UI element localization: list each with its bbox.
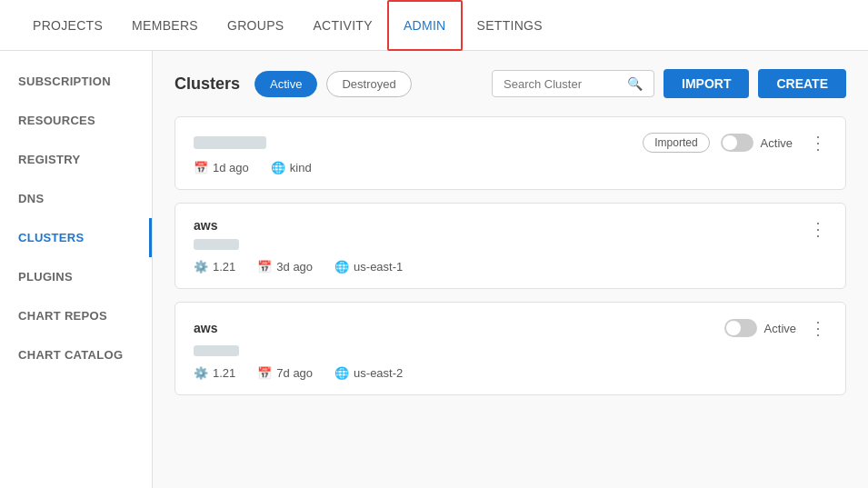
nav-projects[interactable]: PROJECTS bbox=[18, 2, 117, 49]
region-meta: 🌐 us-east-2 bbox=[334, 366, 403, 380]
more-options-icon[interactable]: ⋮ bbox=[809, 132, 827, 154]
calendar-icon: 📅 bbox=[257, 366, 272, 380]
cluster-name-blurred bbox=[194, 239, 239, 250]
search-input[interactable] bbox=[504, 77, 622, 91]
time-value: 1d ago bbox=[213, 161, 249, 174]
imported-badge: Imported bbox=[643, 133, 709, 153]
toggle-area: Active bbox=[724, 319, 796, 337]
import-button[interactable]: IMPORT bbox=[663, 69, 749, 98]
sidebar-item-plugins[interactable]: PLUGINS bbox=[0, 257, 152, 296]
cluster-top-name: aws bbox=[194, 218, 217, 233]
globe-icon: 🌐 bbox=[271, 161, 285, 174]
card-meta: ⚙️ 1.21 📅 3d ago 🌐 us-east-1 bbox=[194, 260, 827, 274]
cluster-card-3: aws Active ⋮ ⚙️ 1.21 📅 bbox=[175, 302, 846, 395]
cluster-name-blurred bbox=[194, 345, 239, 356]
sidebar-item-clusters[interactable]: CLUSTERS bbox=[0, 218, 152, 257]
active-label: Active bbox=[764, 322, 796, 335]
card-meta: ⚙️ 1.21 📅 7d ago 🌐 us-east-2 bbox=[194, 366, 827, 380]
active-toggle[interactable] bbox=[721, 134, 753, 152]
version-meta: ⚙️ 1.21 bbox=[194, 260, 235, 274]
nav-admin[interactable]: ADMIN bbox=[387, 0, 463, 51]
search-box: 🔍 bbox=[492, 70, 654, 97]
tab-destroyed[interactable]: Destroyed bbox=[326, 71, 411, 97]
version-meta: ⚙️ 1.21 bbox=[194, 366, 235, 380]
more-options-icon[interactable]: ⋮ bbox=[809, 317, 827, 339]
nav-members[interactable]: MEMBERS bbox=[117, 2, 213, 49]
sidebar-item-chart-catalog[interactable]: CHART CATALOG bbox=[0, 335, 152, 374]
time-value: 7d ago bbox=[276, 366, 313, 380]
sidebar: SUBSCRIPTION RESOURCES REGISTRY DNS CLUS… bbox=[0, 51, 153, 488]
region-value: us-east-1 bbox=[354, 260, 403, 274]
type-meta: 🌐 kind bbox=[271, 161, 312, 174]
globe-icon: 🌐 bbox=[334, 260, 349, 274]
version-value: 1.21 bbox=[213, 260, 235, 274]
version-value: 1.21 bbox=[213, 366, 235, 380]
sidebar-item-resources[interactable]: RESOURCES bbox=[0, 101, 152, 140]
sidebar-item-registry[interactable]: REGISTRY bbox=[0, 140, 152, 179]
top-nav: PROJECTS MEMBERS GROUPS ACTIVITY ADMIN S… bbox=[0, 0, 868, 51]
calendar-icon: 📅 bbox=[194, 161, 208, 174]
sidebar-item-dns[interactable]: DNS bbox=[0, 179, 152, 218]
region-meta: 🌐 us-east-1 bbox=[334, 260, 403, 274]
more-options-icon[interactable]: ⋮ bbox=[809, 219, 827, 239]
main-content: Clusters Active Destroyed 🔍 IMPORT CREAT… bbox=[153, 51, 868, 488]
gear-icon: ⚙️ bbox=[194, 366, 208, 380]
type-value: kind bbox=[290, 161, 312, 174]
card-row1: Imported Active ⋮ bbox=[194, 132, 827, 154]
cluster-card-1: Imported Active ⋮ 📅 1d ago 🌐 kind bbox=[175, 116, 846, 190]
nav-settings[interactable]: SETTINGS bbox=[463, 2, 557, 49]
time-meta: 📅 3d ago bbox=[257, 260, 313, 274]
cluster-name-blurred bbox=[194, 136, 266, 149]
page-title: Clusters bbox=[175, 75, 240, 94]
search-icon: 🔍 bbox=[627, 76, 643, 91]
sidebar-item-subscription[interactable]: SUBSCRIPTION bbox=[0, 62, 152, 101]
card-meta: 📅 1d ago 🌐 kind bbox=[194, 161, 827, 174]
cluster-top-name: aws bbox=[194, 321, 217, 335]
active-toggle[interactable] bbox=[724, 319, 757, 337]
time-value: 3d ago bbox=[276, 260, 313, 274]
globe-icon: 🌐 bbox=[334, 366, 349, 380]
sidebar-item-chart-repos[interactable]: CHART REPOS bbox=[0, 296, 152, 335]
card-badges: Imported Active ⋮ bbox=[643, 132, 827, 154]
time-meta: 📅 7d ago bbox=[257, 366, 313, 380]
main-layout: SUBSCRIPTION RESOURCES REGISTRY DNS CLUS… bbox=[0, 51, 868, 488]
clusters-header: Clusters Active Destroyed 🔍 IMPORT CREAT… bbox=[175, 69, 846, 98]
gear-icon: ⚙️ bbox=[194, 260, 208, 274]
create-button[interactable]: CREATE bbox=[758, 69, 846, 98]
active-label: Active bbox=[761, 136, 793, 150]
toggle-area: Active bbox=[721, 134, 793, 152]
tab-active[interactable]: Active bbox=[254, 71, 317, 97]
cluster-card-2: aws ⋮ ⚙️ 1.21 📅 3d ago 🌐 us- bbox=[175, 203, 846, 289]
region-value: us-east-2 bbox=[354, 366, 403, 380]
nav-activity[interactable]: ACTIVITY bbox=[298, 2, 386, 49]
nav-groups[interactable]: GROUPS bbox=[213, 2, 298, 49]
time-meta: 📅 1d ago bbox=[194, 161, 249, 174]
calendar-icon: 📅 bbox=[257, 260, 272, 274]
